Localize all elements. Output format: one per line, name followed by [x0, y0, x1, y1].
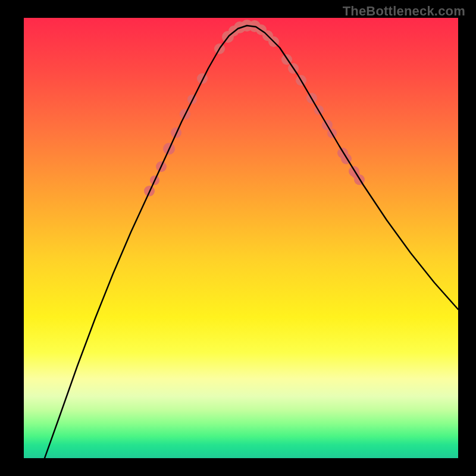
chart-frame: TheBottleneck.com [0, 0, 476, 476]
bottleneck-curve [45, 26, 458, 458]
plot-area [24, 18, 458, 458]
watermark-text: TheBottleneck.com [343, 4, 465, 19]
chart-svg [24, 18, 458, 458]
data-marker [197, 73, 208, 84]
marker-layer [144, 20, 365, 196]
